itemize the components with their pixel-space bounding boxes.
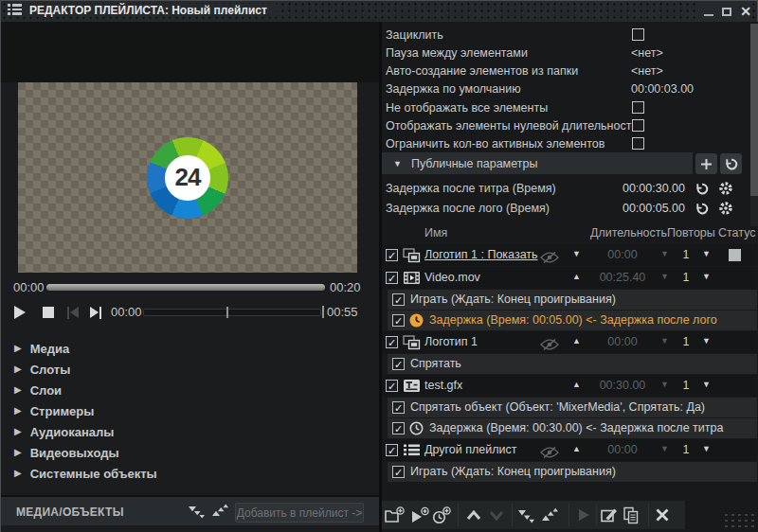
delay-after-logo-value[interactable]: 00:00:05.00 xyxy=(575,202,685,215)
item-duration[interactable]: 00:25.40 xyxy=(588,271,657,284)
edit-item-icon[interactable] xyxy=(599,505,620,524)
pause-between-value[interactable]: <нет> xyxy=(631,46,663,60)
playlist-action-row[interactable]: Играть (Ждать: Конец проигрывания) xyxy=(388,290,757,310)
column-name[interactable]: Имя xyxy=(424,226,447,239)
action-enabled-checkbox[interactable] xyxy=(392,401,405,414)
add-to-playlist-button[interactable]: Добавить в плейлист -> xyxy=(235,503,364,523)
default-delay-value[interactable]: 00:00:03.00 xyxy=(631,82,694,96)
item-repeats[interactable]: 1 xyxy=(677,379,695,392)
resize-grip-icon[interactable] xyxy=(723,512,755,529)
collapse-arrow-icon[interactable]: ▲ xyxy=(572,380,581,389)
action-enabled-checkbox[interactable] xyxy=(392,293,405,306)
action-enabled-checkbox[interactable] xyxy=(392,422,405,434)
item-duration[interactable]: 00:00 xyxy=(588,443,657,456)
duration-dropdown-icon[interactable]: ▼ xyxy=(660,444,669,453)
action-enabled-checkbox[interactable] xyxy=(392,358,405,370)
column-duration[interactable]: Длительность xyxy=(590,226,667,239)
collapse-arrow-icon[interactable]: ▲ xyxy=(572,444,581,453)
minimize-button[interactable] xyxy=(704,14,713,16)
item-enabled-checkbox[interactable] xyxy=(386,336,398,348)
repeats-dropdown-icon[interactable]: ▼ xyxy=(702,249,711,258)
limit-active-checkbox[interactable] xyxy=(632,137,644,150)
action-enabled-checkbox[interactable] xyxy=(392,314,405,327)
add-param-button[interactable] xyxy=(695,153,717,174)
playlist-action-row[interactable]: Спрятать объект (Объект: 'MixerMedia', С… xyxy=(388,398,757,417)
item-repeats[interactable]: 1 xyxy=(677,335,695,348)
expand-all-icon[interactable] xyxy=(188,504,208,521)
playlist-action-row[interactable]: Задержка (Время: 00:05.00) <- Задержка п… xyxy=(388,310,757,330)
duration-dropdown-icon[interactable]: ▼ xyxy=(660,249,669,258)
title-bar[interactable]: РЕДАКТОР ПЛЕЙЛИСТА: Новый плейлист ✕ xyxy=(1,1,757,22)
section-streamers[interactable]: ▶Стримеры xyxy=(1,400,379,421)
collapse-arrow-icon[interactable]: ▲ xyxy=(572,272,581,281)
playlist-action-row[interactable]: Спрятать xyxy=(388,354,757,374)
close-button[interactable]: ✕ xyxy=(740,5,751,18)
expand-all-icon[interactable] xyxy=(516,505,537,524)
duration-dropdown-icon[interactable]: ▼ xyxy=(660,380,669,389)
repeats-dropdown-icon[interactable]: ▼ xyxy=(702,380,711,389)
section-system-objects[interactable]: ▶Системные объекты xyxy=(1,463,379,484)
reset-params-button[interactable] xyxy=(720,153,742,174)
item-enabled-checkbox[interactable] xyxy=(386,444,398,456)
eye-slash-icon[interactable] xyxy=(539,445,560,462)
section-layers[interactable]: ▶Слои xyxy=(1,380,379,400)
reset-param-icon[interactable] xyxy=(692,179,712,198)
add-action-icon[interactable] xyxy=(409,505,430,524)
move-up-icon[interactable] xyxy=(463,505,484,524)
column-repeats[interactable]: Повторы xyxy=(667,226,715,239)
maximize-button[interactable] xyxy=(722,8,731,16)
playhead[interactable] xyxy=(226,307,228,318)
show-zero-duration-checkbox[interactable] xyxy=(632,119,644,132)
scrollbar-thumb[interactable] xyxy=(750,24,758,196)
delete-item-icon[interactable] xyxy=(652,505,673,524)
section-slots[interactable]: ▶Слоты xyxy=(1,359,379,380)
stop-button[interactable] xyxy=(39,304,58,321)
public-params-header[interactable]: ▼ Публичные параметры xyxy=(382,152,693,174)
move-down-icon[interactable] xyxy=(486,505,507,524)
playlist-item-row[interactable]: Video.mov ▲ 00:25.40 ▼ 1 ▼ xyxy=(382,267,757,289)
item-duration[interactable]: 00:00 xyxy=(588,248,657,261)
item-enabled-checkbox[interactable] xyxy=(386,272,398,284)
add-delay-icon[interactable] xyxy=(431,505,452,524)
playlist-item-row[interactable]: Логотип 1 : Показать ▼ 00:00 ▼ 1 ▼ xyxy=(382,244,757,266)
eye-slash-icon[interactable] xyxy=(539,337,560,354)
add-media-icon[interactable] xyxy=(384,505,405,524)
delay-after-title-value[interactable]: 00:00:30.00 xyxy=(575,182,685,195)
item-repeats[interactable]: 1 xyxy=(677,443,695,456)
action-enabled-checkbox[interactable] xyxy=(392,466,405,478)
section-audio-channels[interactable]: ▶Аудиоканалы xyxy=(1,421,379,442)
reset-param-icon[interactable] xyxy=(692,199,712,218)
expand-arrow-icon[interactable]: ▼ xyxy=(572,249,581,258)
duration-dropdown-icon[interactable]: ▼ xyxy=(660,272,669,281)
repeats-dropdown-icon[interactable]: ▼ xyxy=(702,444,711,453)
item-enabled-checkbox[interactable] xyxy=(386,380,398,392)
auto-create-value[interactable]: <нет> xyxy=(631,64,663,78)
playlist-item-row[interactable]: Другой плейлист ▲ 00:00 ▼ 1 ▼ xyxy=(382,439,757,461)
playlist-action-row[interactable]: Играть (Ждать: Конец проигрывания) xyxy=(388,462,757,482)
gear-icon[interactable] xyxy=(715,179,735,198)
play-button[interactable] xyxy=(10,304,29,321)
section-media[interactable]: ▶Медиа xyxy=(1,338,379,359)
playlist-item-row[interactable]: test.gfx ▲ 00:30.00 ▼ 1 ▼ xyxy=(382,375,757,397)
seek-slider[interactable] xyxy=(46,284,325,291)
collapse-all-icon[interactable] xyxy=(211,504,232,521)
item-repeats[interactable]: 1 xyxy=(677,271,695,284)
item-duration[interactable]: 00:30.00 xyxy=(588,379,657,392)
next-button[interactable] xyxy=(86,304,105,321)
item-duration[interactable]: 00:00 xyxy=(588,335,657,348)
collapse-all-icon[interactable] xyxy=(540,505,561,524)
section-video-outputs[interactable]: ▶Видеовыходы xyxy=(1,442,379,463)
settings-scrollbar[interactable] xyxy=(750,24,758,226)
collapse-arrow-icon[interactable]: ▲ xyxy=(572,336,581,346)
hide-all-checkbox[interactable] xyxy=(632,101,644,114)
previous-button[interactable] xyxy=(63,304,82,321)
column-status[interactable]: Статус xyxy=(718,226,756,239)
position-slider[interactable] xyxy=(143,309,321,316)
loop-checkbox[interactable] xyxy=(632,28,644,41)
duplicate-item-icon[interactable] xyxy=(621,505,641,524)
item-enabled-checkbox[interactable] xyxy=(386,249,398,261)
eye-slash-icon[interactable] xyxy=(539,250,560,267)
start-item-icon[interactable] xyxy=(573,505,594,524)
item-repeats[interactable]: 1 xyxy=(677,248,695,261)
playlist-item-row[interactable]: Логотип 1 ▲ 00:00 ▼ 1 ▼ xyxy=(382,331,757,353)
